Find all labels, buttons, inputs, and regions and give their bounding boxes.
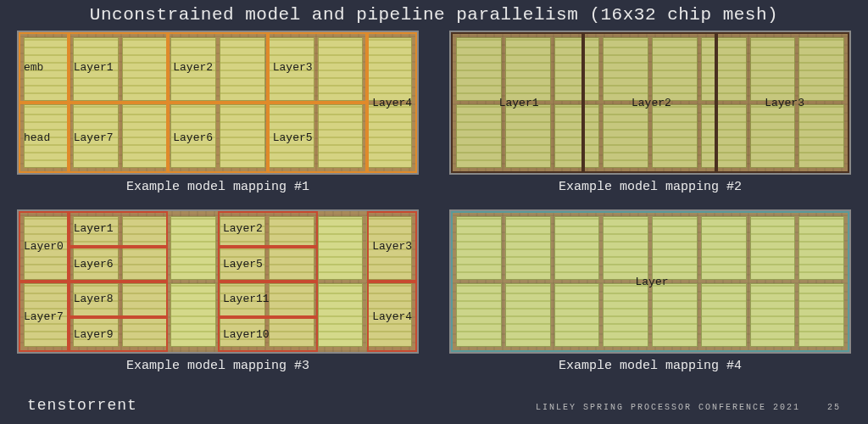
chip — [750, 283, 796, 347]
chip — [24, 37, 70, 101]
chip — [122, 37, 168, 101]
conference-footer: LINLEY SPRING PROCESSOR CONFERENCE 2021 … — [536, 403, 841, 412]
chip-mesh: embLayer1Layer2Layer3Layer4headLayer7Lay… — [17, 31, 419, 175]
chip — [269, 104, 314, 168]
chip — [318, 216, 364, 280]
chip — [456, 37, 502, 101]
chip — [73, 37, 119, 101]
chip — [652, 283, 698, 347]
chip — [170, 104, 216, 168]
chip — [701, 216, 747, 280]
chip — [554, 216, 600, 280]
chip — [366, 216, 412, 280]
panel-caption: Example model mapping #3 — [17, 359, 419, 373]
chip — [269, 283, 314, 347]
chip — [750, 104, 796, 168]
chip — [750, 37, 796, 101]
chip — [652, 216, 698, 280]
panel-caption: Example model mapping #2 — [449, 180, 851, 194]
chip — [122, 216, 168, 280]
chip — [24, 216, 70, 280]
panel-caption: Example model mapping #4 — [449, 359, 851, 373]
chip — [701, 104, 747, 168]
chip-mesh: Layer1Layer2Layer3 — [449, 31, 851, 175]
chip — [603, 104, 648, 168]
chip — [505, 37, 551, 101]
chip — [73, 283, 119, 347]
chip — [554, 37, 600, 101]
chip — [318, 37, 364, 101]
chip-mesh: Layer0Layer1Layer6Layer2Layer5Layer3Laye… — [17, 209, 419, 354]
example-mapping-3: Layer0Layer1Layer6Layer2Layer5Layer3Laye… — [17, 209, 419, 373]
chip — [170, 283, 216, 347]
chip — [652, 37, 698, 101]
chip-mesh: Layer — [449, 209, 851, 354]
chip — [269, 37, 314, 101]
chip — [269, 216, 314, 280]
example-mapping-1: embLayer1Layer2Layer3Layer4headLayer7Lay… — [17, 31, 419, 194]
chip — [366, 283, 412, 347]
chip — [798, 37, 844, 101]
diagram-grid: embLayer1Layer2Layer3Layer4headLayer7Lay… — [17, 31, 851, 373]
chip — [220, 37, 265, 101]
chip — [456, 283, 502, 347]
chip — [73, 216, 119, 280]
chip — [798, 216, 844, 280]
chip — [554, 283, 600, 347]
chip — [603, 283, 648, 347]
chip — [798, 104, 844, 168]
chip — [170, 37, 216, 101]
chip — [122, 104, 168, 168]
example-mapping-2: Layer1Layer2Layer3Example model mapping … — [449, 31, 851, 194]
chip — [505, 283, 551, 347]
panel-caption: Example model mapping #1 — [17, 180, 419, 194]
logo-text: tenstorrent — [27, 397, 137, 414]
chip — [24, 283, 70, 347]
chip — [220, 283, 265, 347]
slide-title: Unconstrained model and pipeline paralle… — [0, 0, 868, 25]
chip — [220, 216, 265, 280]
chip — [220, 104, 265, 168]
chip — [366, 104, 412, 168]
chip — [122, 283, 168, 347]
chip — [456, 216, 502, 280]
chip — [603, 37, 648, 101]
chip — [652, 104, 698, 168]
chip — [603, 216, 648, 280]
chip — [318, 283, 364, 347]
chip — [24, 104, 70, 168]
chip — [318, 104, 364, 168]
chip — [554, 104, 600, 168]
chip — [170, 216, 216, 280]
chip — [505, 104, 551, 168]
chip — [701, 283, 747, 347]
chip — [456, 104, 502, 168]
chip — [750, 216, 796, 280]
chip — [505, 216, 551, 280]
chip — [798, 283, 844, 347]
example-mapping-4: LayerExample model mapping #4 — [449, 209, 851, 373]
chip — [366, 37, 412, 101]
chip — [701, 37, 747, 101]
chip — [73, 104, 119, 168]
